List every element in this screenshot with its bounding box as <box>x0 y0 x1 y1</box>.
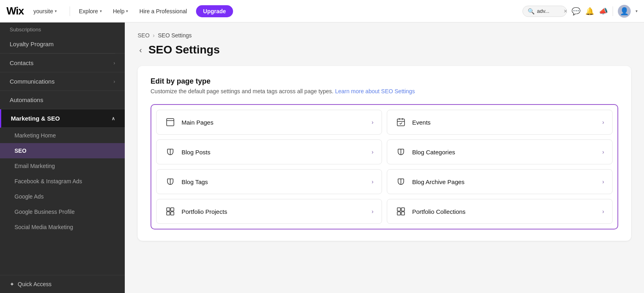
sidebar-item-google-business[interactable]: Google Business Profile <box>0 204 125 219</box>
portfolio-projects-icon <box>165 206 176 217</box>
blog-tags-icon <box>165 176 176 187</box>
learn-more-link[interactable]: Learn more about SEO Settings <box>335 88 415 94</box>
site-selector[interactable]: yoursite ▾ <box>30 6 60 16</box>
sidebar-item-seo[interactable]: SEO <box>0 143 125 158</box>
card-title: Edit by page type <box>151 77 618 86</box>
breadcrumb-separator: › <box>153 32 155 39</box>
megaphone-icon[interactable]: 📣 <box>599 7 608 16</box>
quick-access-icon: ✦ <box>10 281 14 287</box>
page-title: SEO Settings <box>149 43 220 56</box>
main-pages-chevron: › <box>372 119 374 125</box>
sidebar-item-facebook-ads[interactable]: Facebook & Instagram Ads <box>0 174 125 189</box>
breadcrumb-current: SEO Settings <box>158 32 192 39</box>
site-selector-chevron: ▾ <box>55 9 57 13</box>
sidebar-quick-access[interactable]: ✦ Quick Access <box>0 275 125 293</box>
help-link[interactable]: Help ▾ <box>109 6 132 16</box>
blog-posts-label: Blog Posts <box>182 149 211 156</box>
events-icon <box>395 117 407 128</box>
portfolio-projects-label: Portfolio Projects <box>182 208 227 215</box>
topnav-right: 🔍 ✕ 💬 🔔 📣 👤 ▾ <box>522 5 638 18</box>
svg-rect-15 <box>401 208 405 211</box>
breadcrumb-parent[interactable]: SEO <box>138 32 150 39</box>
messages-icon[interactable]: 💬 <box>572 7 580 16</box>
sidebar-subscriptions-label: Subscriptions <box>0 23 125 35</box>
page-type-portfolio-collections[interactable]: Portfolio Collections › <box>387 199 613 224</box>
blog-archive-label: Blog Archive Pages <box>412 178 464 185</box>
nav-separator-right <box>613 6 613 16</box>
sidebar: Subscriptions Loyalty Program Contacts ›… <box>0 23 125 293</box>
search-icon: 🔍 <box>528 8 535 14</box>
marketing-seo-chevron: ∧ <box>111 116 115 121</box>
svg-rect-16 <box>397 212 400 215</box>
nav-separator <box>70 6 70 16</box>
back-button[interactable]: ‹ <box>138 44 144 56</box>
avatar-chevron[interactable]: ▾ <box>636 9 638 13</box>
main-pages-icon <box>165 117 176 128</box>
sidebar-item-automations[interactable]: Automations <box>0 91 125 109</box>
explore-link[interactable]: Explore ▾ <box>75 6 105 16</box>
svg-rect-12 <box>167 212 170 215</box>
events-label: Events <box>412 119 431 126</box>
avatar[interactable]: 👤 <box>618 5 631 18</box>
portfolio-collections-icon <box>395 206 407 217</box>
search-box[interactable]: 🔍 ✕ <box>522 6 567 17</box>
blog-posts-icon <box>165 146 176 158</box>
main-layout: Subscriptions Loyalty Program Contacts ›… <box>0 23 644 293</box>
page-type-blog-categories[interactable]: Blog Categories › <box>387 139 613 164</box>
portfolio-collections-label: Portfolio Collections <box>412 208 466 215</box>
svg-rect-10 <box>167 208 170 211</box>
card-description: Customize the default page settings and … <box>151 88 618 94</box>
help-chevron: ▾ <box>126 9 128 13</box>
breadcrumb: SEO › SEO Settings <box>138 32 631 39</box>
topnav: Wix yoursite ▾ Explore ▾ Help ▾ Hire a P… <box>0 0 644 23</box>
hire-professional-link[interactable]: Hire a Professional <box>135 6 191 16</box>
events-chevron: › <box>602 119 604 125</box>
search-input[interactable] <box>537 8 561 14</box>
page-type-portfolio-projects[interactable]: Portfolio Projects › <box>156 199 382 224</box>
notifications-icon[interactable]: 🔔 <box>585 7 594 16</box>
sidebar-item-social-media[interactable]: Social Media Marketing <box>0 219 125 235</box>
main-pages-label: Main Pages <box>182 119 213 126</box>
blog-tags-chevron: › <box>372 178 374 185</box>
sidebar-item-communications[interactable]: Communications › <box>0 72 125 91</box>
sidebar-item-loyalty[interactable]: Loyalty Program <box>0 35 125 53</box>
communications-chevron: › <box>114 79 115 84</box>
blog-archive-icon <box>395 176 407 187</box>
wix-logo: Wix <box>6 5 24 17</box>
site-name: yoursite <box>33 8 53 14</box>
blog-archive-chevron: › <box>602 178 604 185</box>
blog-categories-icon <box>395 146 407 158</box>
blog-categories-label: Blog Categories <box>412 149 455 156</box>
contacts-chevron: › <box>114 60 115 66</box>
portfolio-collections-chevron: › <box>602 208 604 215</box>
sidebar-item-marketing-seo[interactable]: Marketing & SEO ∧ <box>0 109 125 128</box>
blog-posts-chevron: › <box>372 149 374 155</box>
sidebar-item-google-ads[interactable]: Google Ads <box>0 189 125 204</box>
portfolio-projects-chevron: › <box>372 208 374 215</box>
sidebar-item-contacts[interactable]: Contacts › <box>0 54 125 72</box>
svg-rect-17 <box>401 212 405 215</box>
upgrade-button[interactable]: Upgrade <box>196 5 233 17</box>
page-type-blog-posts[interactable]: Blog Posts › <box>156 139 382 164</box>
page-type-blog-archive[interactable]: Blog Archive Pages › <box>387 169 613 194</box>
content-area: SEO › SEO Settings ‹ SEO Settings Edit b… <box>125 23 644 293</box>
svg-rect-13 <box>171 212 174 215</box>
svg-rect-11 <box>171 208 174 211</box>
page-type-grid: Main Pages › <box>151 104 618 229</box>
page-type-events[interactable]: Events › <box>387 110 613 135</box>
sidebar-scroll: Subscriptions Loyalty Program Contacts ›… <box>0 23 125 275</box>
sidebar-item-marketing-home[interactable]: Marketing Home <box>0 128 125 143</box>
sidebar-item-email-marketing[interactable]: Email Marketing <box>0 158 125 174</box>
explore-chevron: ▾ <box>100 9 102 13</box>
svg-rect-0 <box>167 119 174 126</box>
blog-categories-chevron: › <box>602 149 604 155</box>
blog-tags-label: Blog Tags <box>182 178 208 185</box>
page-type-blog-tags[interactable]: Blog Tags › <box>156 169 382 194</box>
svg-rect-2 <box>397 119 405 126</box>
svg-rect-14 <box>397 208 400 211</box>
seo-settings-card: Edit by page type Customize the default … <box>138 66 631 241</box>
search-clear-icon[interactable]: ✕ <box>564 8 568 14</box>
page-header: ‹ SEO Settings <box>138 43 631 56</box>
page-type-main-pages[interactable]: Main Pages › <box>156 110 382 135</box>
